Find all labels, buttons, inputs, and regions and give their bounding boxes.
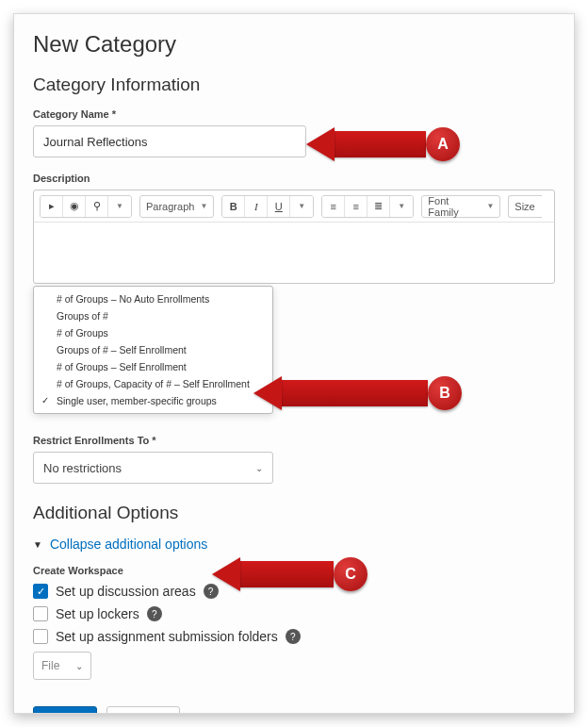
collapse-additional-link[interactable]: ▼ Collapse additional options (33, 537, 555, 552)
chevron-down-icon: ⌄ (255, 463, 263, 473)
list-icon[interactable]: ≣ (368, 195, 390, 218)
font-size-select[interactable]: Size (508, 195, 542, 218)
chevron-down-icon: ⌄ (75, 661, 83, 671)
category-info-heading: Category Information (33, 74, 555, 95)
indent-icon[interactable]: ≡ (345, 195, 368, 218)
editor-toolbar: ▸ ◉ ⚲ ▼ Paragraph▼ B I U ▼ ≡ ≡ ≣ ▼ Font … (34, 190, 554, 223)
save-button[interactable]: Save (33, 706, 97, 714)
outdent-icon[interactable]: ≡ (322, 195, 345, 218)
media-more-icon[interactable]: ▼ (108, 195, 131, 218)
enrollment-opt-2[interactable]: # of Groups (34, 324, 272, 341)
link-icon[interactable]: ⚲ (86, 195, 108, 218)
restrict-label: Restrict Enrollments To * (33, 435, 555, 446)
enrollment-opt-3[interactable]: Groups of # – Self Enrollment (34, 341, 272, 358)
description-editor[interactable]: ▸ ◉ ⚲ ▼ Paragraph▼ B I U ▼ ≡ ≡ ≣ ▼ Font … (33, 190, 555, 284)
assignment-checkbox[interactable] (33, 629, 48, 644)
italic-button[interactable]: I (245, 195, 268, 218)
create-workspace-label: Create Workspace (33, 565, 555, 576)
bold-button[interactable]: B (222, 195, 245, 218)
enrollment-type-dropdown[interactable]: # of Groups – No Auto Enrollments Groups… (33, 286, 273, 414)
restrict-select[interactable]: No restrictions ⌄ (33, 452, 273, 484)
align-more-icon[interactable]: ▼ (390, 195, 413, 218)
annotation-b: B (253, 376, 462, 410)
category-name-input[interactable] (33, 125, 306, 157)
discussion-label: Set up discussion areas (56, 584, 196, 599)
paragraph-select[interactable]: Paragraph▼ (139, 195, 214, 218)
annotation-a: A (306, 127, 460, 161)
enrollment-opt-6[interactable]: Single user, member-specific groups (34, 392, 272, 409)
enrollment-opt-1[interactable]: Groups of # (34, 307, 272, 324)
description-label: Description (33, 173, 555, 184)
assignment-label: Set up assignment submission folders (56, 629, 278, 644)
help-icon[interactable]: ? (286, 629, 301, 644)
camera-icon[interactable]: ◉ (63, 195, 86, 218)
enrollment-opt-4[interactable]: # of Groups – Self Enrollment (34, 358, 272, 375)
caret-down-icon: ▼ (33, 539, 42, 550)
media-icon[interactable]: ▸ (41, 195, 63, 218)
font-family-select[interactable]: Font Family▼ (421, 195, 500, 218)
text-more-icon[interactable]: ▼ (290, 195, 313, 218)
page-title: New Category (33, 31, 555, 58)
lockers-checkbox[interactable] (33, 606, 48, 621)
additional-options-heading: Additional Options (33, 503, 555, 523)
discussion-checkbox[interactable] (33, 584, 48, 599)
enrollment-opt-0[interactable]: # of Groups – No Auto Enrollments (34, 290, 272, 307)
help-icon[interactable]: ? (147, 606, 162, 621)
collapse-additional-label: Collapse additional options (50, 537, 207, 552)
help-icon[interactable]: ? (204, 584, 219, 599)
file-label: File (41, 659, 59, 672)
enrollment-opt-5[interactable]: # of Groups, Capacity of # – Self Enroll… (34, 375, 272, 392)
lockers-label: Set up lockers (56, 606, 139, 621)
underline-button[interactable]: U (268, 195, 290, 218)
file-select[interactable]: File ⌄ (33, 652, 91, 680)
cancel-button[interactable]: Cancel (106, 706, 180, 714)
restrict-value: No restrictions (43, 461, 122, 475)
category-name-label: Category Name * (33, 108, 555, 120)
